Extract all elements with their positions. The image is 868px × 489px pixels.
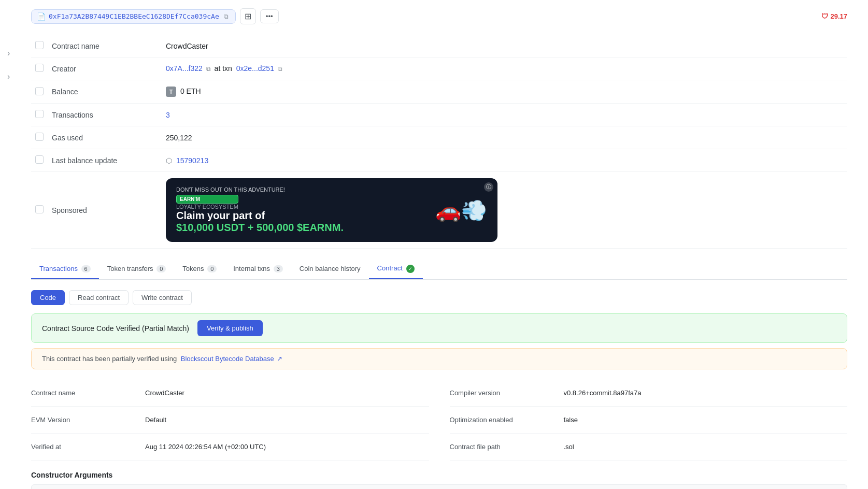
checkbox[interactable] [35, 41, 44, 49]
checkbox[interactable] [35, 110, 44, 118]
sponsored-label: Sponsored [48, 172, 162, 249]
sponsored-ad: ⓘ DON'T MISS OUT ON THIS ADVENTURE! EARN… [162, 172, 847, 249]
code-tabs: Code Read contract Write contract [31, 290, 847, 305]
address-text: 0xF1a73A2B87449C1EB2BBEeC1628DEf7Cca039c… [49, 12, 219, 20]
ad-info-button[interactable]: ⓘ [484, 182, 493, 192]
contract-name-label: Contract name [48, 35, 162, 57]
detail-verified-at: Verified at Aug 11 2024 02:26:54 AM (+02… [31, 434, 429, 461]
warning-banner: This contract has been partially verifie… [31, 348, 847, 369]
tokens-badge: 0 [207, 265, 217, 272]
contract-details-right: Compiler version v0.8.26+commit.8a97fa7a… [450, 380, 848, 461]
last-balance-label: Last balance update [48, 149, 162, 172]
checkbox[interactable] [35, 205, 44, 213]
contract-name-row: Contract name CrowdCaster [31, 35, 847, 57]
external-link-icon: ↗ [277, 355, 282, 363]
block-icon: ⬡ [166, 156, 172, 165]
verify-publish-button[interactable]: Verify & publish [197, 320, 263, 336]
constructor-title: Constructor Arguments [31, 471, 847, 479]
sponsored-row: Sponsored ⓘ DON'T MISS OUT ON THIS ADVEN… [31, 172, 847, 249]
tab-transactions[interactable]: Transactions 6 [31, 259, 99, 279]
earn-logo: EARN'M LOYALTY ECOSYSTEM [176, 195, 238, 210]
warning-text: This contract has been partially verifie… [42, 355, 177, 363]
sidebar-toggle-mid[interactable]: › [5, 70, 12, 83]
more-button[interactable]: ••• [260, 9, 279, 23]
tab-tokens[interactable]: Tokens 0 [174, 259, 225, 279]
token-icon: T [166, 87, 176, 97]
tab-contract[interactable]: Contract ✓ [369, 259, 423, 279]
creator-txn-link[interactable]: 0x2e...d251 [236, 64, 274, 73]
code-tab-code[interactable]: Code [31, 290, 65, 305]
address-pill: 📄 0xF1a73A2B87449C1EB2BBEeC1628DEf7Cca03… [31, 9, 236, 24]
constructor-hex: 0x00000000000000000000000000000000000000… [31, 484, 847, 489]
verified-banner: Contract Source Code Verified (Partial M… [31, 313, 847, 343]
info-table: Contract name CrowdCaster Creator 0x7A..… [31, 35, 847, 249]
address-bar: 📄 0xF1a73A2B87449C1EB2BBEeC1628DEf7Cca03… [31, 0, 847, 35]
ad-banner[interactable]: ⓘ DON'T MISS OUT ON THIS ADVENTURE! EARN… [166, 178, 497, 242]
verified-text: Contract Source Code Verified (Partial M… [42, 324, 189, 333]
contract-details: Contract name CrowdCaster EVM Version De… [31, 380, 847, 461]
file-icon: 📄 [37, 12, 46, 21]
detail-optimization: Optimization enabled false [450, 407, 848, 434]
transactions-label: Transactions [48, 104, 162, 126]
copy-address-button[interactable]: ⧉ [222, 12, 230, 21]
gas-used-label: Gas used [48, 126, 162, 149]
tab-coin-balance-history[interactable]: Coin balance history [291, 259, 369, 279]
transactions-badge: 6 [81, 265, 91, 272]
ad-main-text: Claim your part of $10,000 USDT + 500,00… [176, 210, 344, 234]
shield-icon: 🛡 [821, 12, 828, 20]
verified-check-icon: ✓ [406, 265, 415, 273]
checkbox[interactable] [35, 133, 44, 141]
copy-txn-button[interactable]: ⧉ [276, 65, 284, 73]
checkbox[interactable] [35, 155, 44, 164]
last-balance-row: Last balance update ⬡ 15790213 [31, 149, 847, 172]
code-tab-read[interactable]: Read contract [69, 290, 129, 305]
creator-value: 0x7A...f322 ⧉ at txn 0x2e...d251 ⧉ [162, 57, 847, 80]
creator-address-link[interactable]: 0x7A...f322 [166, 64, 203, 73]
transactions-row: Transactions 3 [31, 104, 847, 126]
last-balance-value: ⬡ 15790213 [162, 149, 847, 172]
balance-row: Balance T 0 ETH [31, 80, 847, 104]
at-txn-text: at txn [215, 64, 232, 73]
code-tab-write[interactable]: Write contract [133, 290, 192, 305]
transactions-value: 3 [162, 104, 847, 126]
ad-top-text: DON'T MISS OUT ON THIS ADVENTURE! [176, 186, 285, 193]
shield-badge: 🛡 29.17 [821, 12, 847, 20]
last-balance-link[interactable]: 15790213 [176, 156, 208, 165]
tab-internal-txns[interactable]: Internal txns 3 [225, 259, 291, 279]
gas-used-row: Gas used 250,122 [31, 126, 847, 149]
detail-file-path: Contract file path .sol [450, 434, 848, 461]
constructor-section: Constructor Arguments 0x0000000000000000… [31, 471, 847, 489]
creator-row: Creator 0x7A...f322 ⧉ at txn 0x2e...d251… [31, 57, 847, 80]
contract-details-left: Contract name CrowdCaster EVM Version De… [31, 380, 429, 461]
copy-creator-button[interactable]: ⧉ [205, 65, 212, 73]
balance-label: Balance [48, 80, 162, 104]
transactions-link[interactable]: 3 [166, 111, 170, 119]
ad-car-graphic: 🚗💨 [435, 198, 487, 222]
gas-used-value: 250,122 [162, 126, 847, 149]
sidebar-toggle-top[interactable]: › [5, 47, 12, 60]
contract-name-value: CrowdCaster [162, 35, 847, 57]
main-tabs: Transactions 6 Token transfers 0 Tokens … [31, 259, 847, 280]
balance-value: T 0 ETH [162, 80, 847, 104]
checkbox[interactable] [35, 87, 44, 95]
ad-tag: EARN'M LOYALTY ECOSYSTEM [176, 195, 238, 210]
detail-compiler: Compiler version v0.8.26+commit.8a97fa7a [450, 380, 848, 407]
bytecode-db-link[interactable]: Blockscout Bytecode Database [181, 355, 274, 363]
checkbox[interactable] [35, 64, 44, 72]
creator-label: Creator [48, 57, 162, 80]
internal-txns-badge: 3 [274, 265, 283, 272]
token-transfers-badge: 0 [156, 265, 166, 272]
detail-evm-version: EVM Version Default [31, 407, 429, 434]
tab-token-transfers[interactable]: Token transfers 0 [99, 259, 175, 279]
detail-contract-name: Contract name CrowdCaster [31, 380, 429, 407]
qr-button[interactable]: ⊞ [240, 8, 256, 24]
